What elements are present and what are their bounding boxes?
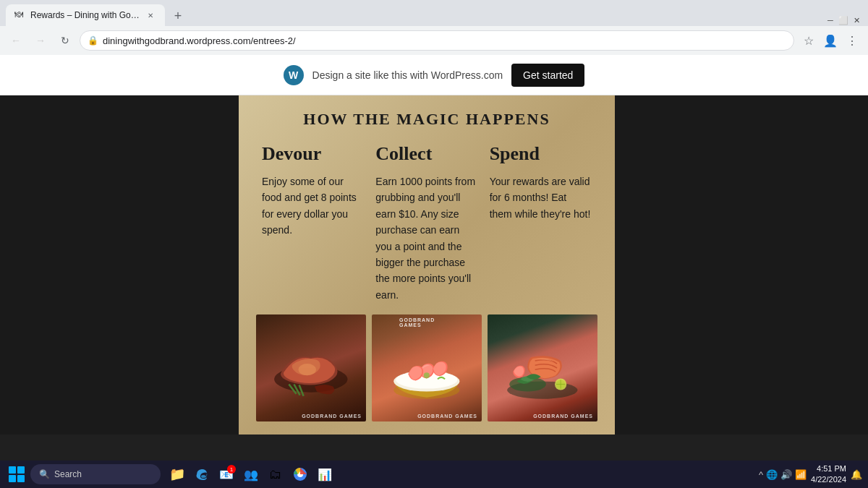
tab-favicon: 🍽: [14, 9, 26, 21]
wordpress-logo: W: [284, 65, 304, 85]
clock-display[interactable]: 4:51 PM 4/22/2024: [811, 463, 846, 486]
taskbar: 🔍 Search 📁 📧 1 👥 🗂: [0, 461, 868, 488]
steak-svg: [267, 325, 355, 411]
salmon-label: GODBRAND GAMES: [533, 414, 593, 419]
columns-container: Devour Enjoy some of our food and get 8 …: [256, 143, 597, 303]
start-button[interactable]: [6, 463, 27, 485]
clock-date: 4/22/2024: [811, 474, 846, 485]
outlook-badge: 1: [227, 465, 236, 474]
outlook-icon[interactable]: 📧 1: [216, 463, 237, 485]
devour-column: Devour Enjoy some of our food and get 8 …: [256, 143, 370, 303]
windows-logo-icon: [9, 466, 25, 482]
section-title: HOW THE MAGIC HAPPENS: [256, 110, 597, 129]
left-sidebar: [0, 95, 239, 435]
chrome-browser-icon: [293, 467, 307, 481]
spend-title: Spend: [490, 143, 592, 165]
shrimp-top-label: GODBRAND GAMES: [399, 317, 454, 328]
tab-title: Rewards – Dining with Godbra…: [30, 10, 140, 20]
steak-label: GODBRAND GAMES: [302, 414, 362, 419]
chrome-icon[interactable]: [289, 463, 311, 485]
shrimp-label: GODBRAND GAMES: [417, 414, 477, 419]
main-content-row: HOW THE MAGIC HAPPENS Devour Enjoy some …: [0, 95, 868, 435]
salmon-svg: [498, 325, 587, 411]
address-bar[interactable]: 🔒 diningwithgodbrand.wordpress.com/entre…: [80, 30, 794, 51]
profile-icon[interactable]: 👤: [820, 30, 841, 51]
volume-icon[interactable]: 🔊: [780, 469, 792, 480]
wifi-icon[interactable]: 📶: [795, 469, 807, 480]
teams-icon[interactable]: 👥: [240, 463, 262, 485]
edge-icon[interactable]: [191, 463, 213, 485]
wp-banner-text: Design a site like this with WordPress.c…: [312, 69, 503, 81]
minimize-button[interactable]: ─: [825, 14, 836, 26]
active-tab[interactable]: 🍽 Rewards – Dining with Godbra… ✕: [6, 4, 165, 26]
get-started-button[interactable]: Get started: [511, 64, 584, 87]
shrimp-svg: [383, 325, 471, 411]
system-tray: ^ 🌐 🔊 📶 4:51 PM 4/22/2024 🔔: [759, 463, 862, 486]
collect-title: Collect: [375, 143, 477, 165]
network-icon[interactable]: 🌐: [766, 469, 778, 480]
taskbar-search[interactable]: 🔍 Search: [30, 464, 161, 484]
tabs-bar: 🍽 Rewards – Dining with Godbra… ✕ + ─ ⬜ …: [0, 0, 868, 26]
systray-icons-group: ^ 🌐 🔊 📶: [759, 469, 807, 480]
right-sidebar: [615, 95, 868, 435]
show-hidden-icon[interactable]: ^: [759, 469, 763, 480]
back-button[interactable]: ←: [6, 30, 26, 51]
toolbar-icons: ☆ 👤 ⋮: [799, 30, 862, 51]
taskbar-app-icons: 📁 📧 1 👥 🗂 📊: [166, 463, 336, 485]
tab-close-button[interactable]: ✕: [145, 9, 156, 21]
wp-logo-text: W: [289, 69, 298, 81]
bookmark-star-icon[interactable]: ☆: [799, 30, 819, 51]
menu-icon[interactable]: ⋮: [842, 30, 862, 51]
close-button[interactable]: ✕: [851, 14, 862, 26]
wordpress-banner: W Design a site like this with WordPress…: [0, 55, 868, 95]
devour-title: Devour: [262, 143, 364, 165]
file-explorer-icon[interactable]: 📁: [166, 463, 188, 485]
clock-time: 4:51 PM: [811, 463, 846, 474]
url-text: diningwithgodbrand.wordpress.com/entrees…: [103, 35, 786, 46]
collect-text: Earn 1000 points from grubbing and you'l…: [375, 174, 477, 303]
notification-bell[interactable]: 🔔: [851, 469, 862, 480]
collect-column: Collect Earn 1000 points from grubbing a…: [370, 143, 483, 303]
search-icon: 🔍: [39, 469, 50, 479]
salmon-image: GODBRAND GAMES: [488, 314, 597, 421]
edge-browser-icon: [195, 467, 209, 481]
search-label: Search: [54, 469, 82, 479]
spend-text: Your rewards are valid for 6 months! Eat…: [490, 174, 592, 222]
svg-point-1: [299, 364, 316, 375]
spend-column: Spend Your rewards are valid for 6 month…: [484, 143, 597, 303]
maximize-button[interactable]: ⬜: [838, 14, 849, 26]
shrimp-image: GODBRAND GAMES: [372, 314, 482, 421]
new-tab-button[interactable]: +: [168, 6, 188, 26]
svg-point-8: [424, 372, 430, 378]
security-icon: 🔒: [88, 35, 98, 46]
address-bar-row: ← → ↻ 🔒 diningwithgodbrand.wordpress.com…: [0, 26, 868, 55]
steak-image: GODBRAND GAMES: [256, 314, 366, 421]
excel-icon[interactable]: 📊: [314, 463, 336, 485]
refresh-button[interactable]: ↻: [55, 30, 75, 51]
file-manager-icon[interactable]: 🗂: [265, 463, 286, 485]
forward-button[interactable]: →: [30, 30, 51, 51]
devour-text: Enjoy some of our food and get 8 points …: [262, 174, 364, 239]
food-images-row: GODBRAND GAMES GODBRAND GAMES: [256, 314, 597, 421]
main-content: HOW THE MAGIC HAPPENS Devour Enjoy some …: [239, 95, 615, 435]
